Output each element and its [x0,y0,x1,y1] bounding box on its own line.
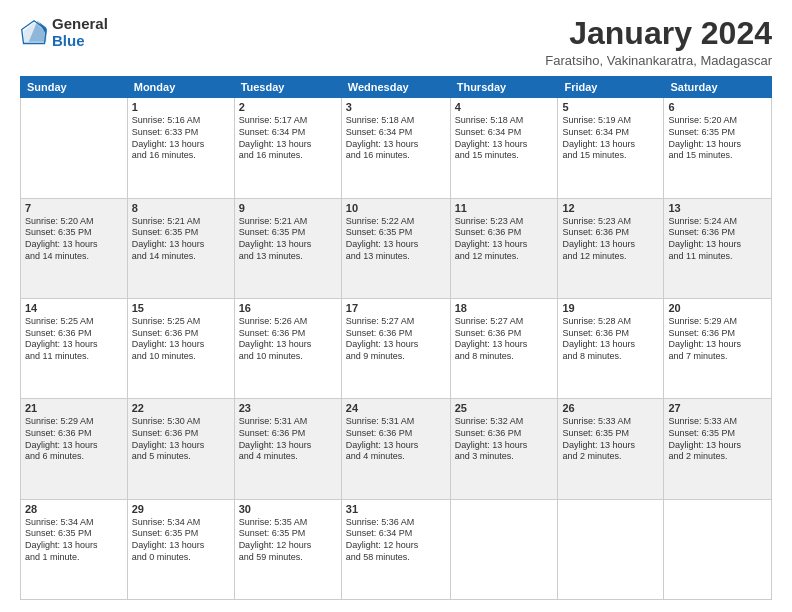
day-number: 21 [25,402,123,414]
day-info: Sunrise: 5:24 AMSunset: 6:36 PMDaylight:… [668,216,767,263]
table-row: 31Sunrise: 5:36 AMSunset: 6:34 PMDayligh… [341,499,450,599]
calendar-week-row: 21Sunrise: 5:29 AMSunset: 6:36 PMDayligh… [21,399,772,499]
day-info: Sunrise: 5:33 AMSunset: 6:35 PMDaylight:… [562,416,659,463]
day-number: 13 [668,202,767,214]
day-info: Sunrise: 5:25 AMSunset: 6:36 PMDaylight:… [132,316,230,363]
day-info: Sunrise: 5:26 AMSunset: 6:36 PMDaylight:… [239,316,337,363]
table-row: 9Sunrise: 5:21 AMSunset: 6:35 PMDaylight… [234,198,341,298]
day-info: Sunrise: 5:27 AMSunset: 6:36 PMDaylight:… [455,316,554,363]
location-subtitle: Faratsiho, Vakinankaratra, Madagascar [545,53,772,68]
calendar-week-row: 14Sunrise: 5:25 AMSunset: 6:36 PMDayligh… [21,298,772,398]
table-row: 5Sunrise: 5:19 AMSunset: 6:34 PMDaylight… [558,98,664,198]
table-row [450,499,558,599]
day-info: Sunrise: 5:16 AMSunset: 6:33 PMDaylight:… [132,115,230,162]
day-number: 12 [562,202,659,214]
day-number: 20 [668,302,767,314]
day-number: 23 [239,402,337,414]
table-row: 14Sunrise: 5:25 AMSunset: 6:36 PMDayligh… [21,298,128,398]
header-friday: Friday [558,77,664,98]
day-number: 22 [132,402,230,414]
day-number: 24 [346,402,446,414]
table-row: 7Sunrise: 5:20 AMSunset: 6:35 PMDaylight… [21,198,128,298]
day-number: 5 [562,101,659,113]
day-number: 29 [132,503,230,515]
day-number: 19 [562,302,659,314]
header: General Blue January 2024 Faratsiho, Vak… [20,16,772,68]
title-block: January 2024 Faratsiho, Vakinankaratra, … [545,16,772,68]
day-number: 8 [132,202,230,214]
table-row: 28Sunrise: 5:34 AMSunset: 6:35 PMDayligh… [21,499,128,599]
table-row: 11Sunrise: 5:23 AMSunset: 6:36 PMDayligh… [450,198,558,298]
table-row: 2Sunrise: 5:17 AMSunset: 6:34 PMDaylight… [234,98,341,198]
day-number: 6 [668,101,767,113]
day-number: 9 [239,202,337,214]
table-row: 27Sunrise: 5:33 AMSunset: 6:35 PMDayligh… [664,399,772,499]
day-number: 11 [455,202,554,214]
day-number: 31 [346,503,446,515]
day-number: 4 [455,101,554,113]
day-info: Sunrise: 5:29 AMSunset: 6:36 PMDaylight:… [25,416,123,463]
day-number: 30 [239,503,337,515]
calendar-week-row: 1Sunrise: 5:16 AMSunset: 6:33 PMDaylight… [21,98,772,198]
day-number: 3 [346,101,446,113]
calendar-header-row: Sunday Monday Tuesday Wednesday Thursday… [21,77,772,98]
day-number: 10 [346,202,446,214]
month-title: January 2024 [545,16,772,51]
day-info: Sunrise: 5:28 AMSunset: 6:36 PMDaylight:… [562,316,659,363]
day-info: Sunrise: 5:34 AMSunset: 6:35 PMDaylight:… [25,517,123,564]
table-row: 12Sunrise: 5:23 AMSunset: 6:36 PMDayligh… [558,198,664,298]
table-row [558,499,664,599]
day-number: 18 [455,302,554,314]
table-row: 25Sunrise: 5:32 AMSunset: 6:36 PMDayligh… [450,399,558,499]
day-info: Sunrise: 5:23 AMSunset: 6:36 PMDaylight:… [562,216,659,263]
header-wednesday: Wednesday [341,77,450,98]
day-number: 1 [132,101,230,113]
day-info: Sunrise: 5:34 AMSunset: 6:35 PMDaylight:… [132,517,230,564]
table-row: 23Sunrise: 5:31 AMSunset: 6:36 PMDayligh… [234,399,341,499]
day-info: Sunrise: 5:21 AMSunset: 6:35 PMDaylight:… [239,216,337,263]
logo: General Blue [20,16,108,49]
calendar-week-row: 28Sunrise: 5:34 AMSunset: 6:35 PMDayligh… [21,499,772,599]
table-row: 4Sunrise: 5:18 AMSunset: 6:34 PMDaylight… [450,98,558,198]
table-row: 1Sunrise: 5:16 AMSunset: 6:33 PMDaylight… [127,98,234,198]
day-info: Sunrise: 5:21 AMSunset: 6:35 PMDaylight:… [132,216,230,263]
header-thursday: Thursday [450,77,558,98]
day-number: 16 [239,302,337,314]
day-number: 7 [25,202,123,214]
header-monday: Monday [127,77,234,98]
day-info: Sunrise: 5:31 AMSunset: 6:36 PMDaylight:… [239,416,337,463]
table-row: 18Sunrise: 5:27 AMSunset: 6:36 PMDayligh… [450,298,558,398]
table-row: 30Sunrise: 5:35 AMSunset: 6:35 PMDayligh… [234,499,341,599]
logo-blue-text: Blue [52,32,85,49]
table-row: 3Sunrise: 5:18 AMSunset: 6:34 PMDaylight… [341,98,450,198]
logo-icon [20,19,48,47]
day-info: Sunrise: 5:22 AMSunset: 6:35 PMDaylight:… [346,216,446,263]
day-info: Sunrise: 5:18 AMSunset: 6:34 PMDaylight:… [346,115,446,162]
table-row [21,98,128,198]
day-info: Sunrise: 5:29 AMSunset: 6:36 PMDaylight:… [668,316,767,363]
day-info: Sunrise: 5:23 AMSunset: 6:36 PMDaylight:… [455,216,554,263]
header-sunday: Sunday [21,77,128,98]
day-info: Sunrise: 5:36 AMSunset: 6:34 PMDaylight:… [346,517,446,564]
table-row: 29Sunrise: 5:34 AMSunset: 6:35 PMDayligh… [127,499,234,599]
day-info: Sunrise: 5:30 AMSunset: 6:36 PMDaylight:… [132,416,230,463]
table-row: 16Sunrise: 5:26 AMSunset: 6:36 PMDayligh… [234,298,341,398]
logo-general-text: General [52,15,108,32]
table-row: 22Sunrise: 5:30 AMSunset: 6:36 PMDayligh… [127,399,234,499]
day-info: Sunrise: 5:25 AMSunset: 6:36 PMDaylight:… [25,316,123,363]
day-info: Sunrise: 5:17 AMSunset: 6:34 PMDaylight:… [239,115,337,162]
day-info: Sunrise: 5:31 AMSunset: 6:36 PMDaylight:… [346,416,446,463]
day-number: 28 [25,503,123,515]
day-info: Sunrise: 5:32 AMSunset: 6:36 PMDaylight:… [455,416,554,463]
day-number: 27 [668,402,767,414]
table-row: 13Sunrise: 5:24 AMSunset: 6:36 PMDayligh… [664,198,772,298]
day-info: Sunrise: 5:18 AMSunset: 6:34 PMDaylight:… [455,115,554,162]
table-row: 15Sunrise: 5:25 AMSunset: 6:36 PMDayligh… [127,298,234,398]
logo-text: General Blue [52,16,108,49]
day-info: Sunrise: 5:33 AMSunset: 6:35 PMDaylight:… [668,416,767,463]
table-row [664,499,772,599]
page: General Blue January 2024 Faratsiho, Vak… [0,0,792,612]
table-row: 19Sunrise: 5:28 AMSunset: 6:36 PMDayligh… [558,298,664,398]
table-row: 6Sunrise: 5:20 AMSunset: 6:35 PMDaylight… [664,98,772,198]
day-number: 25 [455,402,554,414]
